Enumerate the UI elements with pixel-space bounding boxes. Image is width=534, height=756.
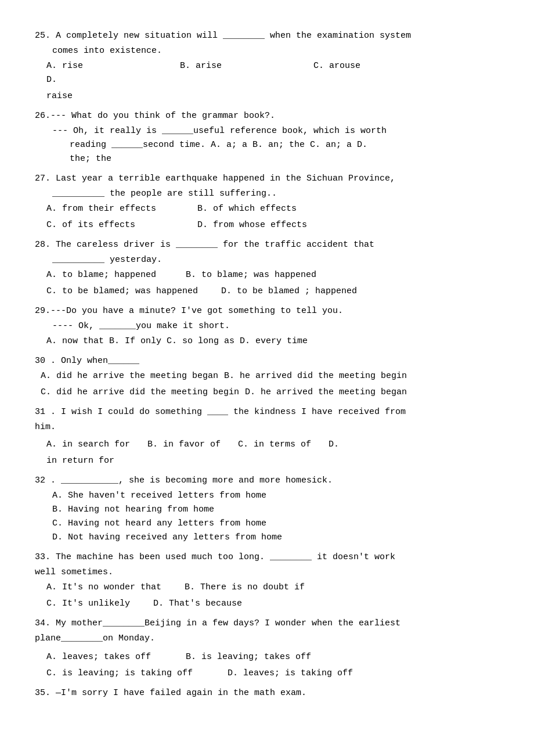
q25-text: 25. A completely new situation will ____… [35, 29, 499, 43]
q30-option-c: C. did he arrive did the meeting begin [41, 386, 239, 399]
question-28: 28. The careless driver is ________ for … [35, 238, 499, 298]
q34-option-b: B. is leaving; takes off [186, 650, 311, 664]
question-31: 31 . I wish I could do something ____ th… [35, 405, 499, 468]
q31-option-d-text: in return for [35, 454, 499, 468]
q26-text: 26.--- What do you think of the grammar … [35, 109, 499, 123]
q29-subtext: ---- Ok, _______you make it short. [35, 319, 499, 333]
q34-option-a: A. leaves; takes off [46, 650, 151, 664]
q30-option-d: D. he arrived the meeting began [245, 386, 407, 399]
q25-option-d-text: raise [35, 89, 499, 103]
question-29: 29.---Do you have a minute? I've got som… [35, 304, 499, 348]
q35-text: 35. —I'm sorry I have failed again in th… [35, 686, 499, 700]
question-26: 26.--- What do you think of the grammar … [35, 109, 499, 166]
question-25: 25. A completely new situation will ____… [35, 29, 499, 103]
q27-option-a: A. from their effects [46, 202, 163, 216]
q31-option-b: B. in favor of [147, 438, 221, 452]
q32-option-a: A. She haven't received letters from hom… [52, 489, 499, 503]
q33-option-b: B. There is no doubt if [185, 581, 305, 595]
q31-text-cont: him. [35, 420, 499, 434]
q27-option-b: B. of which effects [197, 202, 313, 216]
q34-option-c: C. is leaving; is taking off [46, 667, 193, 681]
q32-option-d: D. Not having received any letters from … [52, 531, 499, 545]
q25-option-d: D. [46, 73, 163, 87]
question-34: 34. My mother________Beijing in a few da… [35, 617, 499, 681]
q28-option-c: C. to be blamed; was happened [46, 285, 198, 298]
q25-option-c: C. arouse [313, 59, 430, 73]
q25-text-cont: comes into existence. [35, 44, 499, 58]
q28-text: 28. The careless driver is ________ for … [35, 238, 499, 252]
q33-text: 33. The machine has been used much too l… [35, 550, 499, 564]
q25-option-a: A. rise [46, 59, 163, 73]
q29-text: 29.---Do you have a minute? I've got som… [35, 304, 499, 318]
question-33: 33. The machine has been used much too l… [35, 550, 499, 611]
q32-option-c: C. Having not heard any letters from hom… [52, 517, 499, 531]
q32-option-b: B. Having not hearing from home [52, 503, 499, 517]
question-35: 35. —I'm sorry I have failed again in th… [35, 686, 499, 700]
q27-option-d: D. from whose effects [197, 218, 313, 232]
q34-option-d: D. leaves; is taking off [228, 667, 353, 681]
q27-text: 27. Last year a terrible earthquake happ… [35, 172, 499, 186]
q33-option-a: A. It's no wonder that [46, 581, 161, 595]
q27-text-cont: __________ the people are still sufferin… [35, 187, 499, 201]
q31-option-a: A. in search for [46, 438, 130, 452]
q32-text: 32 . ___________, she is becoming more a… [35, 474, 499, 488]
q26-subtext1: --- Oh, it really is ______useful refere… [35, 124, 499, 138]
q26-subtext2: reading ______second time. A. a; a B. an… [35, 138, 499, 152]
q31-option-c: C. in terms of [238, 438, 311, 452]
q29-options: A. now that B. If only C. so long as D. … [35, 334, 499, 348]
q33-text-cont: well sometimes. [35, 566, 499, 579]
q30-option-a: A. did he arrive the meeting began [41, 369, 218, 383]
question-30: 30 . Only when______ A. did he arrive th… [35, 354, 499, 399]
q28-text-cont: __________ yesterday. [35, 253, 499, 267]
q33-option-c: C. It's unlikely [46, 597, 130, 611]
q31-option-d: D. [329, 438, 339, 452]
q34-text: 34. My mother________Beijing in a few da… [35, 617, 499, 631]
q28-option-b: B. to blame; was happened [186, 268, 316, 282]
q33-option-d: D. That's because [153, 597, 242, 611]
q26-subtext3: the; the [35, 152, 499, 166]
question-32: 32 . ___________, she is becoming more a… [35, 474, 499, 545]
q30-option-b: B. he arrived did the meeting begin [224, 369, 407, 383]
question-27: 27. Last year a terrible earthquake happ… [35, 172, 499, 232]
q27-option-c: C. of its effects [46, 218, 163, 232]
q28-option-d: D. to be blamed ; happened [221, 285, 357, 298]
q31-text: 31 . I wish I could do something ____ th… [35, 405, 499, 419]
q25-option-b: B. arise [180, 59, 296, 73]
q28-option-a: A. to blame; happened [46, 268, 163, 282]
q30-text: 30 . Only when______ [35, 354, 499, 368]
q34-text-cont: plane________on Monday. [35, 632, 499, 646]
exam-content: 25. A completely new situation will ____… [35, 29, 499, 700]
